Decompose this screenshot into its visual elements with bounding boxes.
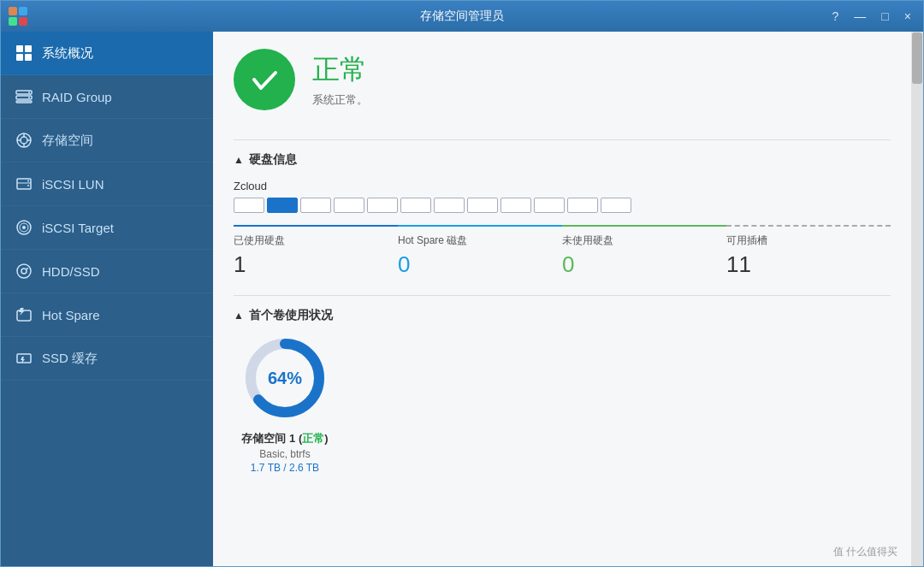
donut-center-text: 64%: [268, 369, 302, 388]
ssd-icon: [15, 349, 33, 368]
checkmark-icon: [247, 62, 281, 97]
svg-rect-2: [9, 17, 17, 26]
chevron-up-icon-2: ▲: [234, 310, 244, 322]
sidebar-item-hdd-ssd[interactable]: HDD/SSD: [1, 250, 213, 293]
window-controls: ? — □ ×: [827, 8, 916, 25]
status-text: 正常 系统正常。: [312, 51, 368, 108]
volume-status: 正常: [302, 432, 324, 445]
sidebar-item-storage-space[interactable]: 存储空间: [1, 119, 213, 162]
status-title: 正常: [312, 51, 368, 89]
sidebar-item-raid-group[interactable]: RAID Group: [1, 75, 213, 119]
volume-usage-header[interactable]: ▲ 首个卷使用状况: [234, 308, 891, 323]
disk-stat-used: 已使用硬盘 1: [234, 225, 398, 278]
disk-slot-3: [334, 198, 364, 213]
disk-slot-8: [500, 198, 531, 213]
donut-percent-sign: %: [287, 369, 302, 387]
disk-slots: [234, 198, 891, 213]
svg-point-25: [22, 226, 26, 229]
maximize-button[interactable]: □: [876, 8, 893, 25]
donut-percentage: 64: [268, 369, 287, 387]
iscsi-icon: [15, 174, 33, 193]
disk-stat-unused: 未使用硬盘 0: [562, 225, 726, 278]
volume-usage-label: 首个卷使用状况: [249, 308, 333, 323]
disk-slot-4: [367, 198, 398, 213]
volume-status-close: ): [324, 432, 328, 445]
app-logo: [8, 6, 28, 27]
volume-name: 存储空间 1: [241, 432, 295, 445]
volume-label: 存储空间 1 (正常): [241, 431, 328, 446]
svg-rect-1: [19, 7, 27, 15]
svg-point-27: [21, 269, 27, 274]
sidebar-label-iscsi-target: iSCSI Target: [42, 221, 114, 235]
pool-name: Zcloud: [234, 180, 891, 192]
svg-point-14: [21, 137, 27, 144]
disk-info-header[interactable]: ▲ 硬盘信息: [234, 152, 891, 168]
disk-stat-used-value: 1: [234, 251, 398, 278]
sidebar-item-ssd-cache[interactable]: SSD 缓存: [1, 337, 213, 381]
sidebar-item-system-overview[interactable]: 系统概况: [1, 32, 213, 75]
disk-slot-11: [601, 198, 631, 213]
svg-rect-7: [25, 54, 32, 61]
divider-1: [234, 139, 891, 140]
svg-point-12: [28, 97, 30, 98]
disk-visual: Zcloud: [234, 180, 891, 213]
disk-slot-1: [267, 198, 298, 213]
svg-rect-3: [19, 17, 27, 26]
svg-rect-30: [17, 354, 31, 363]
volume-type: Basic, btrfs: [259, 448, 310, 460]
sidebar-item-iscsi-target[interactable]: iSCSI Target: [1, 206, 213, 250]
svg-point-28: [27, 268, 28, 269]
minimize-button[interactable]: —: [849, 8, 871, 25]
disk-slot-7: [467, 198, 498, 213]
volume-usage-section: ▲ 首个卷使用状况 64%: [234, 308, 891, 474]
disk-stat-available-label: 可用插槽: [726, 233, 891, 248]
disk-stat-hotspare-value: 0: [398, 251, 562, 278]
svg-point-11: [28, 92, 30, 93]
disk-stat-unused-value: 0: [562, 251, 726, 278]
titlebar: 存储空间管理员 ? — □ ×: [1, 1, 923, 32]
sidebar-item-hot-spare[interactable]: Hot Spare: [1, 293, 213, 337]
disk-slot-5: [400, 198, 431, 213]
target-icon: [15, 218, 33, 237]
sidebar-label-iscsi-lun: iSCSI LUN: [42, 177, 104, 192]
donut-container: 64% 存储空间 1 (正常) Basic, btrfs 1.7 TB / 2.…: [234, 335, 336, 474]
svg-rect-10: [16, 101, 32, 103]
svg-rect-6: [16, 54, 23, 61]
disk-slot-0: [234, 198, 264, 213]
main-content: 正常 系统正常。 ▲ 硬盘信息 Zcloud: [213, 32, 911, 566]
grid-icon: [15, 44, 33, 62]
sidebar-label-raid-group: RAID Group: [42, 90, 112, 104]
sidebar-item-iscsi-lun[interactable]: iSCSI LUN: [1, 162, 213, 206]
help-button[interactable]: ?: [827, 8, 844, 25]
disk-info-section: ▲ 硬盘信息 Zcloud: [234, 152, 891, 278]
disk-stat-available-value: 11: [726, 251, 891, 278]
scrollbar-track[interactable]: [911, 32, 923, 566]
sidebar-label-storage-space: 存储空间: [42, 133, 93, 149]
svg-rect-4: [16, 45, 23, 52]
sidebar: 系统概况 RAID Group: [1, 32, 213, 566]
disk-stat-used-label: 已使用硬盘: [234, 233, 398, 248]
svg-point-22: [27, 185, 29, 186]
sidebar-label-hdd-ssd: HDD/SSD: [42, 264, 100, 279]
disk-info-label: 硬盘信息: [249, 152, 297, 168]
status-section: 正常 系统正常。: [234, 49, 891, 119]
storage-icon: [15, 131, 33, 150]
hdd-icon: [15, 262, 33, 281]
status-subtitle: 系统正常。: [312, 92, 368, 108]
sidebar-label-hot-spare: Hot Spare: [42, 308, 100, 322]
svg-rect-5: [25, 45, 32, 52]
sidebar-label-system-overview: 系统概况: [42, 45, 93, 62]
hotspare-icon: [15, 305, 33, 324]
close-button[interactable]: ×: [899, 8, 916, 25]
disk-stat-hotspare: Hot Spare 磁盘 0: [398, 225, 562, 278]
window-title: 存储空间管理员: [420, 9, 504, 24]
status-icon-circle: [234, 49, 295, 110]
disk-stat-available: 可用插槽 11: [726, 225, 891, 278]
raid-icon: [15, 87, 33, 106]
divider-2: [234, 295, 891, 296]
sidebar-label-ssd-cache: SSD 缓存: [42, 351, 98, 367]
disk-stat-unused-label: 未使用硬盘: [562, 233, 726, 248]
svg-point-26: [17, 264, 31, 278]
scrollbar-thumb[interactable]: [912, 32, 922, 84]
disk-slot-10: [567, 198, 598, 213]
